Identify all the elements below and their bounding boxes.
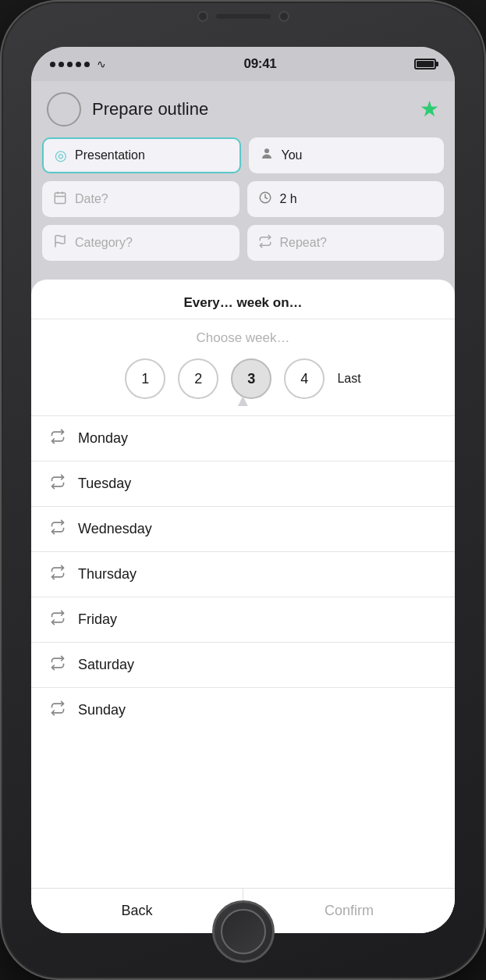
- project-icon: ◎: [55, 147, 67, 164]
- repeat-icon-monday: [50, 429, 66, 448]
- svg-rect-1: [55, 193, 66, 204]
- camera-area: [197, 11, 289, 22]
- phone-shell: ∿ 09:41 Prepare outline ★ ◎ Presentation: [0, 0, 486, 980]
- task-header: Prepare outline ★: [31, 81, 455, 137]
- project-label: Presentation: [75, 148, 145, 162]
- signal-dot-2: [59, 62, 64, 67]
- task-title: Prepare outline: [92, 99, 409, 119]
- day-thursday[interactable]: Thursday: [31, 552, 455, 597]
- duration-label: 2 h: [280, 192, 297, 206]
- modal-title: Every… week on…: [183, 295, 302, 310]
- repeat-icon-saturday: [50, 655, 66, 675]
- sunday-label: Sunday: [78, 702, 126, 718]
- assignee-label: You: [282, 148, 303, 162]
- day-friday[interactable]: Friday: [31, 597, 455, 643]
- status-time: 09:41: [244, 56, 277, 72]
- repeat-icon-thursday: [50, 565, 66, 584]
- signal-dot-1: [50, 62, 55, 67]
- sensor: [278, 11, 289, 22]
- modal-header: Every… week on…: [31, 280, 455, 319]
- modal-overlay: Every… week on… Choose week… 1 2 3 4 Las…: [31, 280, 455, 933]
- row-2: Date? 2 h: [42, 181, 444, 217]
- repeat-field[interactable]: Repeat?: [247, 225, 445, 261]
- duration-field[interactable]: 2 h: [247, 181, 445, 217]
- star-icon[interactable]: ★: [420, 98, 439, 120]
- repeat-placeholder: Repeat?: [280, 236, 328, 250]
- confirm-button[interactable]: Confirm: [243, 889, 455, 933]
- friday-label: Friday: [78, 611, 117, 628]
- battery-icon: [414, 59, 436, 69]
- tuesday-label: Tuesday: [78, 476, 131, 492]
- repeat-icon: [258, 234, 272, 252]
- monday-label: Monday: [78, 430, 128, 447]
- saturday-label: Saturday: [78, 657, 134, 673]
- date-placeholder: Date?: [75, 192, 108, 206]
- signal-dot-3: [67, 62, 73, 67]
- clock-icon: [258, 191, 272, 208]
- home-button[interactable]: [212, 900, 275, 963]
- category-field[interactable]: Category?: [42, 225, 239, 261]
- week-placeholder: Choose week…: [47, 330, 439, 346]
- wednesday-label: Wednesday: [78, 521, 152, 537]
- week-btn-1[interactable]: 1: [125, 358, 165, 399]
- row-1: ◎ Presentation You: [42, 137, 444, 173]
- week-btn-2[interactable]: 2: [178, 358, 218, 399]
- week-last-label[interactable]: Last: [337, 372, 360, 386]
- week-chooser: Choose week… 1 2 3 4 Last ▲: [31, 319, 455, 416]
- day-sunday[interactable]: Sunday: [31, 688, 455, 732]
- signal-bars: [50, 62, 90, 67]
- repeat-icon-tuesday: [50, 474, 66, 494]
- arrow-up-icon: ▲: [47, 396, 439, 404]
- repeat-icon-wednesday: [50, 519, 66, 539]
- day-tuesday[interactable]: Tuesday: [31, 461, 455, 507]
- repeat-icon-friday: [50, 610, 66, 629]
- row-3: Category? Repeat?: [42, 225, 444, 261]
- flag-icon: [53, 234, 67, 252]
- project-field[interactable]: ◎ Presentation: [42, 137, 241, 173]
- wifi-icon: ∿: [97, 58, 106, 70]
- task-complete-circle[interactable]: [47, 92, 81, 127]
- assignee-field[interactable]: You: [249, 137, 445, 173]
- day-wednesday[interactable]: Wednesday: [31, 507, 455, 552]
- thursday-label: Thursday: [78, 566, 137, 583]
- calendar-icon: [53, 191, 67, 208]
- day-saturday[interactable]: Saturday: [31, 643, 455, 688]
- speaker: [216, 14, 271, 19]
- day-monday[interactable]: Monday: [31, 416, 455, 461]
- battery-fill: [417, 61, 434, 67]
- status-bar: ∿ 09:41: [31, 47, 455, 81]
- status-left: ∿: [50, 58, 106, 70]
- signal-dot-5: [84, 62, 90, 67]
- category-placeholder: Category?: [75, 236, 133, 250]
- assignee-icon: [260, 147, 274, 165]
- days-list: Monday Tuesday: [31, 416, 455, 888]
- repeat-modal: Every… week on… Choose week… 1 2 3 4 Las…: [31, 280, 455, 933]
- home-inner: [221, 909, 266, 954]
- screen: ∿ 09:41 Prepare outline ★ ◎ Presentation: [31, 47, 455, 933]
- signal-dot-4: [76, 62, 81, 67]
- repeat-icon-sunday: [50, 700, 66, 720]
- svg-point-0: [264, 148, 269, 153]
- form-area: ◎ Presentation You: [31, 137, 455, 280]
- status-right: [414, 59, 436, 69]
- date-field[interactable]: Date?: [42, 181, 239, 217]
- camera: [197, 11, 208, 22]
- week-btn-4[interactable]: 4: [284, 358, 325, 399]
